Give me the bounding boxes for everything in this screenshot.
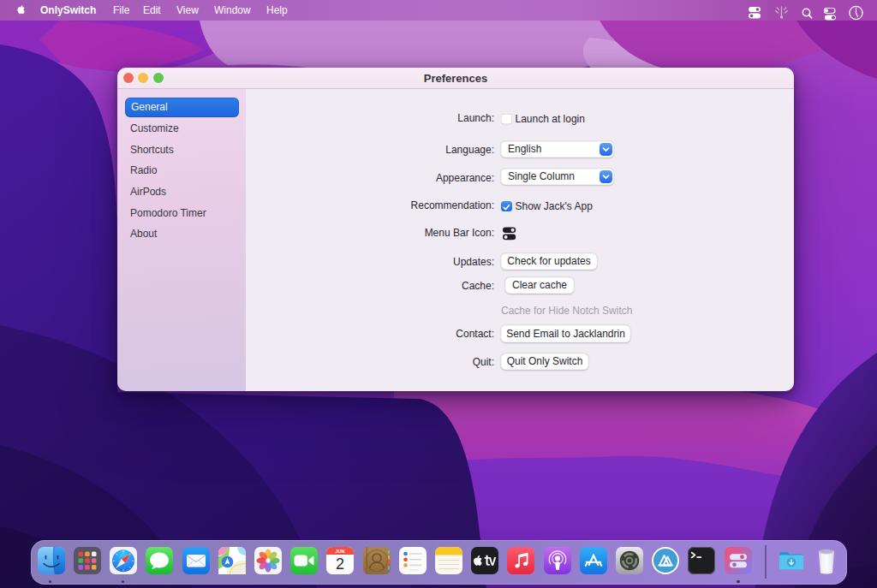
svg-text:2: 2 (336, 555, 344, 573)
svg-text:JUN: JUN (336, 549, 345, 554)
